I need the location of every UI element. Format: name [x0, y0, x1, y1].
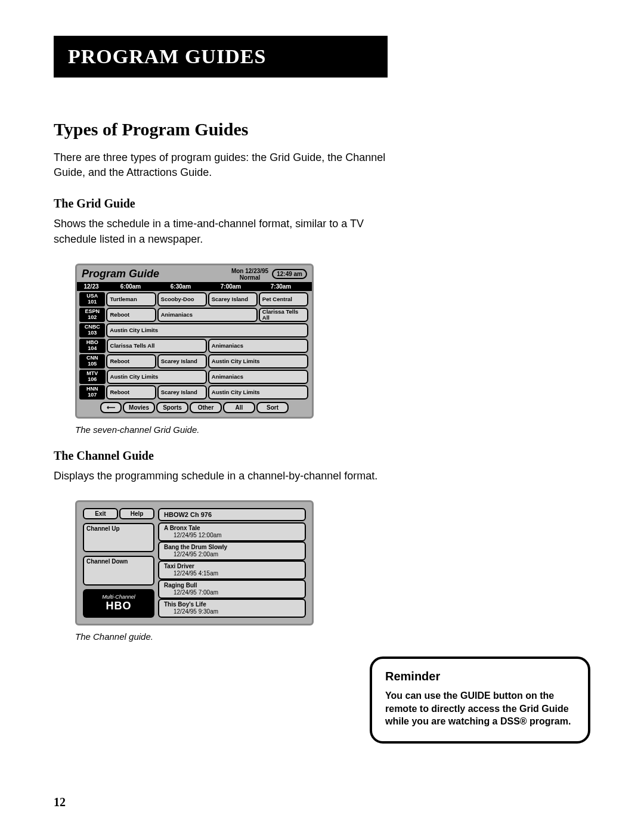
channel-guide-desc: Displays the programming schedule in a c…	[54, 469, 388, 484]
program-cell[interactable]: Austin City Limits	[208, 354, 308, 368]
grid-row: CNN105RebootScarey IslandAustin City Lim…	[79, 354, 309, 368]
page-number: 12	[54, 795, 66, 809]
grid-guide-caption: The seven-channel Grid Guide.	[75, 425, 590, 435]
program-cell[interactable]: Austin City Limits	[208, 385, 308, 400]
program-cell[interactable]: Turtleman	[106, 292, 156, 306]
section-title: Types of Program Guides	[54, 119, 590, 140]
program-cell[interactable]: Reboot	[106, 308, 156, 322]
page-header: PROGRAM GUIDES	[54, 36, 388, 78]
grid-time-header: 12/23 6:00am 6:30am 7:00am 7:30am	[77, 282, 312, 291]
channel-down-button[interactable]: Channel Down	[83, 556, 154, 586]
program-cell[interactable]: Clarissa Tells All	[259, 308, 308, 322]
grid-guide-heading: The Grid Guide	[54, 197, 590, 210]
channel-logo: Multi-Channel HBO	[83, 589, 154, 618]
grid-guide-clock: 12:49 am	[272, 269, 307, 279]
grid-filter-other[interactable]: Other	[190, 402, 222, 413]
help-button[interactable]: Help	[119, 508, 154, 519]
grid-filter-movies[interactable]: Movies	[123, 402, 155, 413]
channel-label[interactable]: CNN105	[79, 354, 105, 368]
exit-button[interactable]: Exit	[83, 508, 118, 519]
program-cell[interactable]: Animaniacs	[208, 339, 308, 353]
grid-row: CNBC103Austin City Limits	[79, 323, 309, 337]
grid-row: HBO104Clarissa Tells AllAnimaniacs	[79, 339, 309, 353]
channel-label[interactable]: HNN107	[79, 385, 105, 400]
grid-filter-all[interactable]: All	[223, 402, 255, 413]
program-cell[interactable]: Austin City Limits	[107, 370, 207, 384]
channel-label[interactable]: CNBC103	[79, 323, 105, 337]
reminder-box: Reminder You can use the GUIDE button on…	[370, 657, 590, 744]
reminder-title: Reminder	[385, 670, 575, 683]
channel-list-item[interactable]: Bang the Drum Slowly12/24/95 2:00am	[158, 541, 306, 561]
channel-label[interactable]: MTV106	[79, 370, 106, 384]
grid-row: MTV106Austin City LimitsAnimaniacs	[79, 370, 309, 384]
program-cell[interactable]: Reboot	[106, 385, 156, 400]
grid-row: USA101TurtlemanScooby-DooScarey IslandPe…	[79, 292, 309, 306]
program-cell[interactable]: Animaniacs	[208, 370, 308, 384]
channel-guide-heading: The Channel Guide	[54, 449, 590, 463]
program-cell[interactable]: Scarey Island	[157, 385, 207, 400]
channel-label[interactable]: USA101	[79, 292, 105, 306]
grid-row: ESPN102RebootAnimaniacsClarissa Tells Al…	[79, 308, 309, 322]
channel-list-item[interactable]: A Bronx Tale12/24/95 12:00am	[158, 522, 306, 541]
grid-guide-figure: Program Guide Mon 12/23/95 Normal 12:49 …	[75, 264, 314, 419]
grid-sort-button[interactable]: Sort	[256, 402, 289, 413]
grid-filter-sports[interactable]: Sports	[156, 402, 188, 413]
program-cell[interactable]: Clarissa Tells All	[107, 339, 207, 353]
intro-text: There are three types of program guides:…	[54, 150, 388, 180]
program-cell[interactable]: Austin City Limits	[106, 323, 308, 337]
program-cell[interactable]: Scarey Island	[157, 354, 207, 368]
grid-arrow-left-icon[interactable]: ⟵	[100, 402, 122, 413]
program-cell[interactable]: Scooby-Doo	[157, 292, 207, 306]
channel-guide-caption: The Channel guide.	[75, 631, 590, 642]
channel-header: HBOW2 Ch 976	[158, 508, 306, 521]
program-cell[interactable]: Animaniacs	[157, 308, 258, 322]
program-cell[interactable]: Reboot	[106, 354, 156, 368]
channel-list-item[interactable]: This Boy's Life12/24/95 9:30am	[158, 599, 306, 618]
channel-label[interactable]: HBO104	[79, 339, 106, 353]
channel-guide-figure: Exit Help Channel Up Channel Down Multi-…	[75, 500, 314, 625]
channel-up-button[interactable]: Channel Up	[83, 523, 154, 553]
channel-label[interactable]: ESPN102	[79, 308, 105, 322]
reminder-text: You can use the GUIDE button on the remo…	[385, 689, 575, 728]
grid-guide-date: Mon 12/23/95 Normal	[231, 268, 268, 281]
program-cell[interactable]: Scarey Island	[208, 292, 258, 306]
channel-list-item[interactable]: Raging Bull12/24/95 7:00am	[158, 580, 306, 599]
grid-guide-desc: Shows the schedule in a time-and-channel…	[54, 216, 388, 246]
program-cell[interactable]: Pet Central	[259, 292, 308, 306]
grid-guide-title: Program Guide	[82, 268, 231, 280]
grid-row: HNN107RebootScarey IslandAustin City Lim…	[79, 385, 309, 400]
channel-list-item[interactable]: Taxi Driver12/24/95 4:15am	[158, 561, 306, 580]
